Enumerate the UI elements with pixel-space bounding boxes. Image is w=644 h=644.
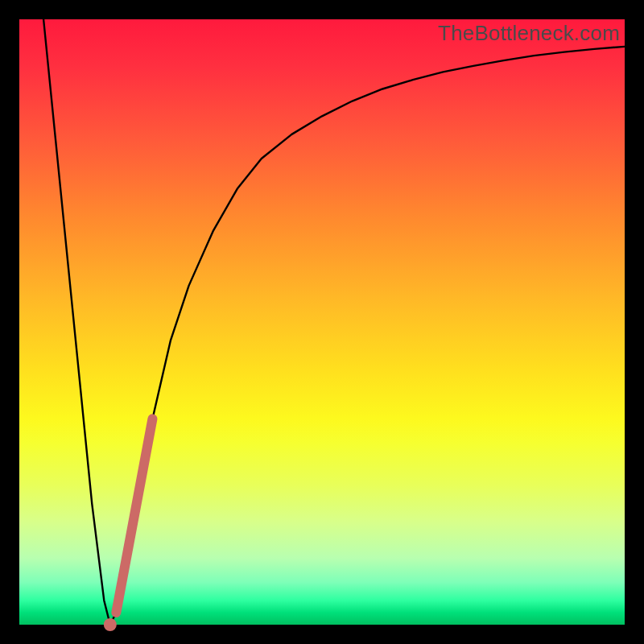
highlight-dot [104,618,117,631]
highlight-segment [116,419,152,613]
plot-area: TheBottleneck.com [19,19,625,625]
curve-layer [19,19,625,625]
chart-frame: TheBottleneck.com [0,0,644,644]
